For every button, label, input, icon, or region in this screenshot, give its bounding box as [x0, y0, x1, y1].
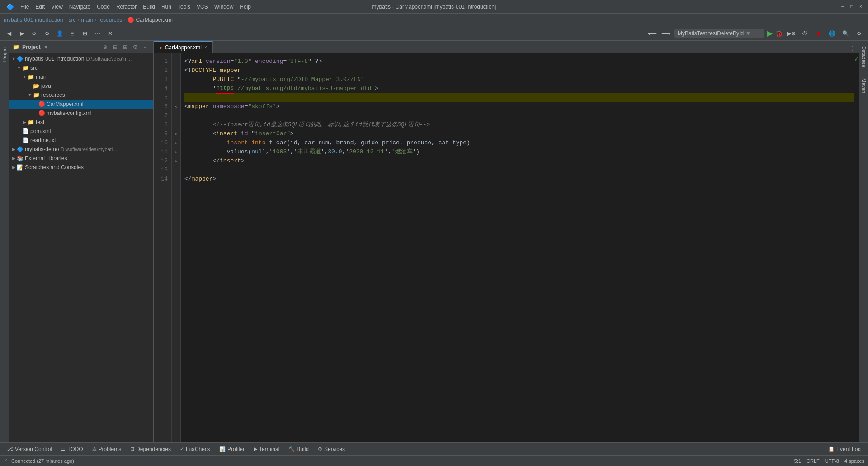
- code-editor: 1 2 3 4 5 6 7 8 9 10 11 12 13 14: [154, 53, 859, 442]
- code-line-3: PUBLIC "-//mybatis.org//DTD Mapper 3.0//…: [184, 75, 854, 84]
- options-button[interactable]: ⋯: [92, 28, 103, 39]
- gutter-marker-6: ⚡: [175, 104, 178, 110]
- settings-button[interactable]: ⚙: [42, 28, 52, 39]
- project-add-button[interactable]: ⊕: [101, 43, 110, 52]
- translate-button[interactable]: 🌐: [826, 28, 837, 39]
- validation-bar: ✓: [854, 53, 859, 442]
- project-close-button[interactable]: −: [141, 43, 150, 52]
- line-num-4: 4: [154, 84, 171, 93]
- sync-button[interactable]: ⟳: [29, 28, 40, 39]
- run-with-coverage-button[interactable]: ▶⊕: [786, 28, 797, 39]
- xml-file-icon: 🔴: [38, 109, 45, 117]
- run-configuration[interactable]: MyBatisTest.testDeleteById ▼: [674, 29, 764, 38]
- menu-code[interactable]: Code: [94, 3, 113, 11]
- run-button[interactable]: ▶: [767, 29, 773, 38]
- tab-services[interactable]: ⚙ Services: [314, 444, 349, 454]
- tree-extra-mybatisdemo: D:\software\idea\mybati...: [61, 147, 117, 152]
- tab-carmapper[interactable]: ● CarMapper.xml ×: [154, 41, 213, 53]
- encoding[interactable]: UTF-8: [825, 458, 839, 464]
- menu-tools[interactable]: Tools: [175, 3, 193, 11]
- toolbar: ◀ ▶ ⟳ ⚙ 👤 ⊟ ⊞ ⋯ ✕ ⟵ ⟶ MyBatisTest.testDe…: [0, 26, 868, 41]
- tab-terminal[interactable]: ▶ Terminal: [250, 444, 283, 454]
- tab-version-control[interactable]: ⎇ Version Control: [4, 444, 56, 454]
- gutter-fold-12[interactable]: ▶: [175, 158, 177, 164]
- maximize-button[interactable]: □: [848, 3, 855, 10]
- project-expand-button[interactable]: ⊞: [121, 43, 130, 52]
- cursor-position[interactable]: 5:1: [794, 458, 801, 464]
- tree-item-mybatisdemo[interactable]: ▶ 🔷 mybatis-demo D:\software\idea\mybati…: [9, 145, 153, 154]
- collapse-all-button[interactable]: ⊟: [67, 28, 78, 39]
- breadcrumb-item-src[interactable]: src: [68, 17, 75, 23]
- breadcrumb-item-project[interactable]: mybatis-001-introduction: [4, 17, 63, 23]
- tree-item-carmapper[interactable]: 🔴 CarMapper.xml: [9, 100, 153, 109]
- menu-view[interactable]: View: [48, 3, 66, 11]
- profile-button[interactable]: ⏱: [799, 28, 810, 39]
- xml-file-icon: 🔴: [38, 100, 45, 108]
- close-panel-button[interactable]: ✕: [105, 28, 116, 39]
- user-button[interactable]: 👤: [54, 28, 65, 39]
- navigate-back-button[interactable]: ⟵: [647, 28, 658, 39]
- tree-item-src[interactable]: ▼ 📁 src: [9, 63, 153, 72]
- menu-navigate[interactable]: Navigate: [66, 3, 93, 11]
- project-gear-button[interactable]: ⚙: [131, 43, 140, 52]
- tab-services-label: Services: [324, 446, 345, 452]
- search-everywhere-button[interactable]: 🔍: [840, 28, 851, 39]
- menu-edit[interactable]: Edit: [33, 3, 47, 11]
- tab-todo-label: TODO: [67, 446, 83, 452]
- menu-file[interactable]: File: [18, 3, 32, 11]
- menu-window[interactable]: Window: [212, 3, 236, 11]
- left-sidebar-tabs: Project: [0, 41, 9, 442]
- arrow-icon: ▶: [11, 165, 16, 170]
- tree-item-java[interactable]: 📂 java: [9, 81, 153, 90]
- ide-settings-button[interactable]: ⚙: [854, 28, 864, 39]
- sidebar-tab-database[interactable]: Database: [860, 43, 868, 71]
- menu-build[interactable]: Build: [140, 3, 158, 11]
- tab-dependencies[interactable]: ⊞ Dependencies: [127, 444, 175, 454]
- minimize-button[interactable]: −: [839, 3, 846, 10]
- tree-item-main[interactable]: ▼ 📁 main: [9, 72, 153, 81]
- close-button[interactable]: ×: [857, 3, 864, 10]
- breadcrumb-item-main[interactable]: main: [81, 17, 93, 23]
- menu-help[interactable]: Help: [237, 3, 254, 11]
- gutter-6: ⚡: [172, 102, 180, 111]
- tab-event-log[interactable]: 📋 Event Log: [825, 444, 864, 454]
- gutter-fold-10[interactable]: ▶: [175, 140, 177, 146]
- stop-button[interactable]: ■: [813, 28, 824, 39]
- project-collapse-button[interactable]: ⊟: [111, 43, 120, 52]
- menu-run[interactable]: Run: [159, 3, 174, 11]
- project-dropdown-icon[interactable]: ▼: [43, 44, 49, 50]
- tab-problems[interactable]: ⚠ Problems: [89, 444, 125, 454]
- tab-build[interactable]: 🔨 Build: [285, 444, 312, 454]
- tree-item-extlibs[interactable]: ▶ 📚 External Libraries: [9, 154, 153, 163]
- project-panel: 📁 Project ▼ ⊕ ⊟ ⊞ ⚙ − ▼ 🔷 mybatis-001-in…: [9, 41, 154, 442]
- gutter-fold-9[interactable]: ▶: [175, 131, 177, 137]
- menu-vcs[interactable]: VCS: [194, 3, 211, 11]
- indent-setting[interactable]: 4 spaces: [844, 458, 864, 464]
- code-content[interactable]: <?xml version="1.0" encoding="UTF-8" ?> …: [181, 53, 854, 442]
- sidebar-tab-project[interactable]: Project: [0, 43, 9, 65]
- tab-close-button[interactable]: ×: [204, 45, 207, 50]
- gutter-fold-11[interactable]: ▶: [175, 149, 177, 155]
- tab-todo[interactable]: ☰ TODO: [57, 444, 86, 454]
- breadcrumb-item-resources[interactable]: resources: [98, 17, 122, 23]
- tree-item-resources[interactable]: ▼ 📁 resources: [9, 90, 153, 100]
- tree-item-readme[interactable]: 📄 readme.txt: [9, 136, 153, 145]
- expand-all-button[interactable]: ⊞: [80, 28, 90, 39]
- tree-item-pom[interactable]: 📄 pom.xml: [9, 127, 153, 136]
- tab-luacheck[interactable]: ✓ LuaCheck: [176, 444, 214, 454]
- tree-item-mybatisconfig[interactable]: 🔴 mybatis-config.xml: [9, 109, 153, 118]
- tabs-more-button[interactable]: ⋮: [846, 43, 859, 53]
- forward-button[interactable]: ▶: [16, 28, 27, 39]
- navigate-forward-button[interactable]: ⟶: [660, 28, 671, 39]
- menu-refactor[interactable]: Refactor: [113, 3, 139, 11]
- line-ending[interactable]: CRLF: [807, 458, 820, 464]
- sidebar-tab-maven[interactable]: Maven: [860, 75, 868, 97]
- arrow-icon: ▶: [11, 156, 16, 161]
- tree-item-scratches[interactable]: ▶ 📝 Scratches and Consoles: [9, 163, 153, 172]
- tab-profiler[interactable]: 📊 Profiler: [216, 444, 248, 454]
- tree-item-test[interactable]: ▶ 📁 test: [9, 118, 153, 127]
- back-button[interactable]: ◀: [4, 28, 14, 39]
- tree-item-root[interactable]: ▼ 🔷 mybatis-001-introduction D:\software…: [9, 54, 153, 63]
- line-num-1: 1: [154, 57, 171, 66]
- debug-button[interactable]: 🐞: [775, 30, 783, 37]
